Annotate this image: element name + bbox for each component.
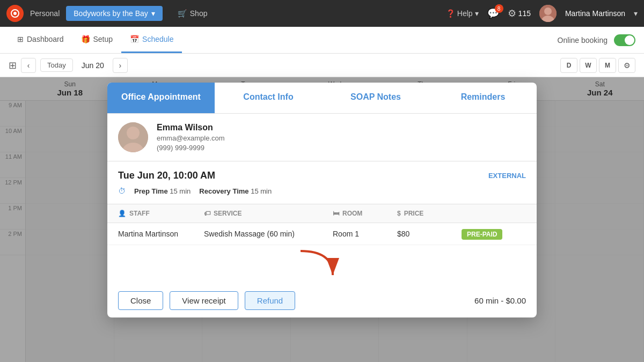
staff-column-header: 👤 STAFF: [118, 210, 204, 217]
online-booking-toggle[interactable]: [614, 34, 635, 46]
toggle-dot: [625, 35, 634, 45]
row-staff: Martina Martinson: [118, 230, 204, 238]
appointment-times: ⏱ Prep Time 15 min Recovery Time 15 min: [118, 187, 526, 195]
modal-overlay: Office Appointment Contact Info SOAP Not…: [0, 77, 644, 362]
prepaid-badge: PRE-PAID: [462, 229, 502, 240]
sidebar-item-setup[interactable]: 🎁 Setup: [72, 27, 122, 53]
view-receipt-button[interactable]: View receipt: [170, 291, 238, 310]
appointment-info: Tue Jun 20, 10:00 AM EXTERNAL ⏱ Prep Tim…: [107, 161, 537, 204]
schedule-icon: 📅: [130, 35, 139, 43]
calendar-prev-button[interactable]: ‹: [21, 58, 36, 73]
clock-icon: ⏱: [118, 187, 126, 195]
service-table: 👤 STAFF 🏷 SERVICE 🛏 ROOM $ PRICE: [107, 204, 537, 245]
tab-soap-notes[interactable]: SOAP Notes: [322, 83, 429, 113]
calendar-next-button[interactable]: ›: [113, 58, 128, 73]
secondnav-right: Online booking: [558, 34, 635, 46]
user-avatar: [539, 5, 557, 22]
close-button[interactable]: Close: [118, 291, 163, 310]
sidebar-item-dashboard[interactable]: ⊞ Dashboard: [9, 27, 72, 53]
personal-link[interactable]: Personal: [30, 9, 60, 18]
tag-icon: 🏷: [204, 210, 210, 217]
price-column-header: $ PRICE: [397, 210, 462, 217]
help-icon: ❓: [446, 9, 455, 18]
client-name: Emma Wilson: [157, 123, 225, 132]
chat-notifications[interactable]: 💬 8: [487, 8, 499, 19]
top-navigation: Personal Bodyworks by the Bay ▾ 🛒 Shop ❓…: [0, 0, 644, 27]
online-booking-label: Online booking: [558, 36, 608, 45]
calendar-month-label: Jun 20: [82, 61, 104, 70]
sidebar-item-schedule[interactable]: 📅 Schedule: [121, 27, 182, 53]
svg-point-3: [544, 8, 552, 15]
refund-arrow-svg: [290, 248, 354, 280]
user-chevron-icon: ▾: [634, 9, 638, 18]
price-icon: $: [397, 210, 401, 217]
row-price: $80: [397, 230, 462, 238]
week-view-button[interactable]: W: [580, 58, 597, 73]
footer-summary: 60 min - $0.00: [474, 296, 526, 305]
appointment-modal: Office Appointment Contact Info SOAP Not…: [107, 83, 537, 317]
client-details: Emma Wilson emma@example.com (999) 999-9…: [157, 123, 225, 152]
cal-view-controls: D W M ⚙: [560, 58, 635, 73]
svg-point-1: [13, 12, 17, 15]
cart-icon: 🛒: [178, 9, 187, 18]
tab-reminders[interactable]: Reminders: [429, 83, 537, 113]
help-button[interactable]: ❓ Help ▾: [446, 9, 479, 18]
grid-view-icon[interactable]: ⊞: [9, 60, 17, 71]
modal-tab-bar: Office Appointment Contact Info SOAP Not…: [107, 83, 537, 114]
row-service: Swedish Massage (60 min): [204, 230, 333, 238]
modal-footer: Close View receipt Refund 60 min - $0.00: [107, 284, 537, 317]
row-status: PRE-PAID: [462, 230, 526, 238]
room-column-header: 🛏 ROOM: [333, 210, 397, 217]
app-logo: [6, 5, 24, 22]
month-view-button[interactable]: M: [599, 58, 616, 73]
calendar-toolbar: ⊞ ‹ Today Jun 20 › D W M ⚙: [0, 54, 644, 77]
service-column-header: 🏷 SERVICE: [204, 210, 333, 217]
score-display: ⚙ 115: [508, 8, 531, 19]
tab-office-appointment[interactable]: Office Appointment: [107, 83, 215, 113]
score-icon: ⚙: [508, 8, 516, 19]
appointment-header: Tue Jun 20, 10:00 AM EXTERNAL: [118, 170, 526, 181]
table-row: Martina Martinson Swedish Massage (60 mi…: [107, 223, 537, 245]
service-table-header: 👤 STAFF 🏷 SERVICE 🛏 ROOM $ PRICE: [107, 204, 537, 223]
dashboard-icon: ⊞: [17, 35, 24, 43]
user-name[interactable]: Martina Martinson: [565, 9, 625, 18]
svg-point-6: [127, 127, 140, 139]
calendar-settings-button[interactable]: ⚙: [618, 58, 635, 73]
appointment-datetime: Tue Jun 20, 10:00 AM: [118, 170, 215, 181]
day-view-button[interactable]: D: [560, 58, 577, 73]
external-link[interactable]: EXTERNAL: [488, 172, 526, 180]
topnav-right: ❓ Help ▾ 💬 8 ⚙ 115 Martina Martinson ▾: [446, 5, 638, 22]
calendar-body: Sun Jun 18 Mon Jun 19 Tue Jun 20 Wed Thu…: [0, 77, 644, 362]
staff-icon: 👤: [118, 210, 126, 217]
room-icon: 🛏: [333, 210, 339, 217]
setup-icon: 🎁: [81, 35, 90, 43]
client-email: emma@example.com: [157, 134, 225, 142]
status-column-header: [462, 210, 526, 217]
calendar-today-button[interactable]: Today: [40, 58, 73, 72]
business-selector[interactable]: Bodyworks by the Bay ▾: [66, 6, 163, 21]
avatar: [118, 122, 148, 152]
client-phone: (999) 999-9999: [157, 144, 225, 152]
chevron-down-icon: ▾: [151, 9, 155, 18]
tab-contact-info[interactable]: Contact Info: [215, 83, 322, 113]
client-info-section: Emma Wilson emma@example.com (999) 999-9…: [107, 114, 537, 161]
arrow-annotation: [107, 245, 537, 284]
secondary-navigation: ⊞ Dashboard 🎁 Setup 📅 Schedule Online bo…: [0, 27, 644, 54]
row-room: Room 1: [333, 230, 397, 238]
chevron-down-icon: ▾: [475, 9, 479, 18]
refund-button[interactable]: Refund: [245, 291, 295, 310]
shop-link[interactable]: 🛒 Shop: [178, 9, 208, 18]
